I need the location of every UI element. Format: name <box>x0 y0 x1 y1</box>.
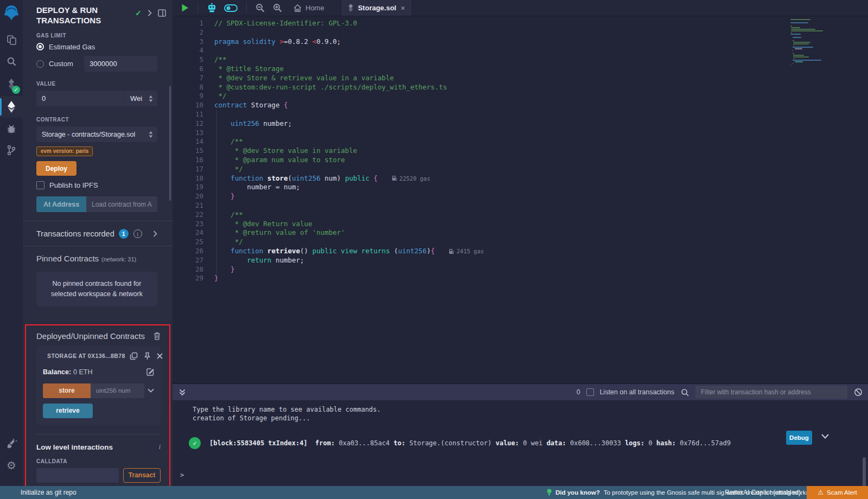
code-line: 27 return number; <box>173 256 868 265</box>
transaction-log-row[interactable]: ✓ [block:5583405 txIndex:4] from: 0xa03.… <box>193 437 868 449</box>
info-icon: i <box>159 443 161 451</box>
code-line: 13 <box>173 129 868 138</box>
code-line: 19 number = num; <box>173 183 868 192</box>
pin-panel-icon[interactable] <box>158 9 166 17</box>
lightbulb-icon <box>547 489 552 496</box>
transact-button[interactable]: Transact <box>123 468 161 483</box>
ai-copilot-robot-icon[interactable] <box>207 3 217 13</box>
code-editor[interactable]: 1// SPDX-License-Identifier: GPL-3.023pr… <box>173 17 868 383</box>
sidebar-item-debugger[interactable] <box>0 118 23 139</box>
code-line: 23 * @dev Return value <box>173 220 868 229</box>
deploy-run-panel: DEPLOY & RUN TRANSACTIONS ✓ GAS LIMIT Es… <box>23 0 173 486</box>
sidebar-item-settings[interactable]: ⚙ <box>0 455 23 476</box>
expand-log-chevron-icon[interactable] <box>821 434 829 439</box>
remix-logo-icon[interactable] <box>3 4 20 21</box>
status-bar: Initialize as git repo Did you know? To … <box>0 486 868 499</box>
custom-gas-radio[interactable] <box>36 60 44 68</box>
sidebar-item-solidity-compiler[interactable]: ✓ <box>0 72 23 96</box>
copy-icon[interactable] <box>130 352 138 360</box>
retrieve-function-button[interactable]: retrieve <box>43 404 93 418</box>
terminal-filter-input[interactable] <box>695 386 847 399</box>
sidebar-item-search[interactable] <box>0 50 23 72</box>
estimated-gas-radio[interactable] <box>36 43 44 50</box>
store-param-input[interactable] <box>91 383 144 398</box>
chevron-right-icon[interactable] <box>153 231 157 237</box>
expand-params-chevron-icon[interactable] <box>148 388 154 393</box>
transactions-recorded-row[interactable]: Transactions recorded 1 i <box>36 221 157 246</box>
listen-all-checkbox[interactable] <box>586 388 594 396</box>
store-function-button[interactable]: store <box>43 383 91 398</box>
compile-success-badge: ✓ <box>12 86 20 94</box>
terminal-line: Type the library name to see available c… <box>193 405 868 414</box>
sidebar-item-file-explorer[interactable] <box>0 29 23 50</box>
deploy-run-icon <box>7 101 16 113</box>
contract-instance-label[interactable]: STORAGE AT 0X136...8B78 <box>47 353 125 359</box>
code-line: 9 */ <box>173 92 868 101</box>
trash-icon[interactable] <box>154 332 161 340</box>
publish-ipfs-option[interactable]: Publish to IPFS <box>36 181 157 189</box>
evm-version-badge: evm version: paris <box>36 146 93 156</box>
custom-gas-option[interactable]: Custom <box>36 56 157 72</box>
code-line: 7 * @dev Store & retrieve value in a var… <box>173 74 868 83</box>
calldata-input[interactable] <box>36 468 119 483</box>
code-lines: 1// SPDX-License-Identifier: GPL-3.023pr… <box>173 17 868 283</box>
editor-minimap[interactable] <box>790 19 826 66</box>
plug-icon <box>7 439 17 449</box>
terminal-scrollbar[interactable] <box>863 457 866 489</box>
code-line: 6 * @title Storage <box>173 65 868 74</box>
pending-tx-count: 0 <box>577 388 580 396</box>
value-input[interactable] <box>36 91 124 106</box>
deploy-button[interactable]: Deploy <box>36 161 76 176</box>
publish-ipfs-checkbox[interactable] <box>36 181 44 189</box>
calldata-label: CALLDATA <box>36 458 161 464</box>
gas-estimate-annotation: 22520 gas <box>392 174 430 183</box>
panel-scrollbar[interactable] <box>169 86 171 201</box>
git-init-button[interactable]: Initialize as git repo <box>21 489 76 496</box>
code-line: 11 <box>173 110 868 119</box>
at-address-button[interactable]: At Address <box>36 196 86 212</box>
collapse-terminal-icon[interactable] <box>179 389 186 396</box>
panel-collapse-icon[interactable] <box>148 10 152 16</box>
home-tab-button[interactable]: Home <box>290 4 332 12</box>
search-icon <box>7 56 16 66</box>
copilot-status[interactable]: RemixAI Copilot (enabled) <box>725 489 801 496</box>
custom-gas-input[interactable] <box>84 56 157 72</box>
debug-button[interactable]: Debug <box>786 431 812 445</box>
code-line: 14 /** <box>173 137 868 146</box>
deployed-contract-card: STORAGE AT 0X136...8B78 Balance: 0 ETH s… <box>36 346 161 425</box>
balance-label: Balance: <box>43 368 71 376</box>
icon-rail: ✓ ⚙ <box>0 0 23 486</box>
at-address-input[interactable] <box>86 196 157 212</box>
pinned-empty-message: No pinned contracts found for selected w… <box>36 272 157 306</box>
code-line: 26 function retrieve() public view retur… <box>173 247 868 256</box>
terminal-output[interactable]: Type the library name to see available c… <box>173 400 868 487</box>
edit-icon[interactable] <box>146 368 154 376</box>
pin-icon[interactable] <box>144 352 151 360</box>
sidebar-item-git[interactable] <box>0 139 23 161</box>
copilot-toggle-icon[interactable] <box>224 4 238 12</box>
run-script-play-icon[interactable] <box>181 4 189 12</box>
sidebar-item-plugin-manager[interactable] <box>0 433 23 455</box>
low-level-interactions-title: Low level interactions <box>36 443 113 451</box>
scam-alert-button[interactable]: ⚠ Scam Alert <box>807 486 868 499</box>
code-line: 18 function store(uint256 num) public {2… <box>173 174 868 183</box>
close-icon[interactable] <box>157 353 163 359</box>
code-line: 28 } <box>173 265 868 274</box>
debugger-bug-icon <box>6 123 17 134</box>
code-line: 16 * @param num value to store <box>173 156 868 165</box>
panel-title: DEPLOY & RUN TRANSACTIONS <box>36 5 129 25</box>
sidebar-item-deploy-run[interactable] <box>0 96 23 118</box>
contract-select[interactable]: Storage - contracts/Storage.sol <box>36 126 157 142</box>
code-line: 24 * @return value of 'number' <box>173 228 868 238</box>
clear-console-icon[interactable] <box>854 388 863 396</box>
code-line: 8 * @custom:dev-run-script ./scripts/dep… <box>173 83 868 92</box>
code-line: 10contract Storage { <box>173 101 868 110</box>
tab-storage-sol[interactable]: Storage.sol × <box>341 0 412 16</box>
tab-close-icon[interactable]: × <box>400 4 405 12</box>
deployed-contracts-section-highlighted: Deployed/Unpinned Contracts STORAGE AT 0… <box>25 324 170 486</box>
value-label: VALUE <box>36 81 157 87</box>
zoom-out-icon[interactable] <box>256 3 265 12</box>
estimated-gas-option[interactable]: Estimated Gas <box>36 42 157 51</box>
zoom-in-icon[interactable] <box>273 3 282 12</box>
value-unit-select[interactable]: Wei <box>125 91 157 106</box>
